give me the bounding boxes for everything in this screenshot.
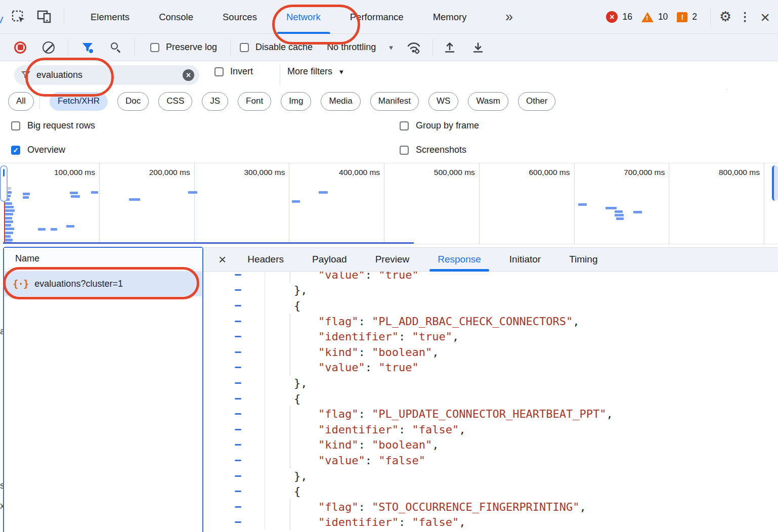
details-tab-response[interactable]: Response [438, 248, 481, 272]
code-gutter[interactable] [203, 499, 265, 515]
code-gutter[interactable] [203, 360, 265, 376]
invert-checkbox[interactable] [214, 67, 224, 76]
fold-marker-icon[interactable] [235, 351, 241, 353]
details-tab-payload[interactable]: Payload [312, 248, 347, 272]
close-details-icon[interactable]: × [219, 252, 226, 268]
chip-all[interactable]: All [8, 92, 34, 111]
screenshots-checkbox[interactable] [400, 146, 409, 155]
fold-marker-icon[interactable] [235, 321, 241, 322]
details-tab-headers[interactable]: Headers [247, 248, 284, 272]
chip-doc[interactable]: Doc [117, 92, 149, 111]
network-conditions-icon[interactable] [406, 40, 421, 55]
preserve-log-checkbox[interactable] [150, 43, 159, 52]
fold-marker-icon[interactable] [235, 289, 241, 291]
code-gutter[interactable] [203, 391, 265, 407]
clear-filter-icon[interactable]: × [183, 69, 194, 81]
chip-other[interactable]: Other [518, 92, 556, 111]
code-gutter[interactable] [203, 298, 265, 314]
fold-marker-icon[interactable] [235, 382, 241, 384]
tab-memory[interactable]: Memory [418, 0, 482, 34]
import-har-icon[interactable] [443, 41, 456, 54]
search-icon[interactable] [110, 41, 122, 54]
overview-checkbox[interactable]: ✓ [11, 146, 20, 155]
more-options-kebab-icon[interactable]: ⋮ [736, 10, 754, 24]
filter-input[interactable]: evaluations × [14, 65, 199, 85]
details-tab-timing[interactable]: Timing [569, 248, 597, 272]
chip-wasm[interactable]: Wasm [468, 92, 508, 111]
big-request-rows-checkbox[interactable] [11, 121, 20, 130]
code-gutter[interactable] [203, 283, 265, 298]
issues-icon[interactable]: ! [677, 12, 687, 22]
request-bar [5, 217, 12, 219]
throttling-select[interactable]: No throttling [327, 42, 376, 53]
clear-network-log-button[interactable] [42, 41, 55, 54]
tab-elements[interactable]: Elements [76, 0, 144, 34]
chip-ws[interactable]: WS [428, 92, 458, 111]
fold-marker-icon[interactable] [235, 506, 241, 508]
device-toolbar-icon[interactable] [36, 9, 53, 24]
code-gutter[interactable] [203, 453, 265, 468]
overview-window-left-handle[interactable] [0, 165, 8, 202]
disable-cache-checkbox[interactable] [240, 43, 249, 52]
export-har-icon[interactable] [471, 41, 485, 54]
json-punctuation-token: : [358, 408, 372, 420]
settings-gear-icon[interactable]: ⚙ [719, 10, 731, 24]
fold-marker-icon[interactable] [235, 521, 241, 523]
chip-font[interactable]: Font [238, 92, 271, 111]
fold-marker-icon[interactable] [235, 491, 241, 492]
code-gutter[interactable] [203, 483, 265, 499]
fold-marker-icon[interactable] [235, 460, 241, 461]
tab-label: Performance [350, 12, 404, 23]
more-tabs-icon[interactable]: » [505, 0, 512, 34]
record-network-log-button[interactable] [14, 41, 26, 54]
code-gutter[interactable] [203, 437, 265, 453]
inspect-element-icon[interactable] [11, 10, 26, 25]
code-gutter[interactable] [203, 406, 265, 422]
chip-manifest[interactable]: Manifest [370, 92, 419, 111]
name-column-header[interactable]: Name [4, 248, 202, 270]
tab-sources[interactable]: Sources [208, 0, 272, 34]
code-gutter[interactable] [203, 344, 265, 360]
fold-marker-icon[interactable] [235, 398, 241, 400]
chip-css[interactable]: CSS [158, 92, 192, 111]
code-gutter[interactable] [203, 422, 265, 437]
json-punctuation-token: , [432, 346, 439, 359]
code-text: "value": "true" [265, 272, 419, 283]
code-gutter[interactable] [203, 468, 265, 484]
fold-marker-icon[interactable] [235, 429, 241, 430]
tab-console[interactable]: Console [144, 0, 208, 34]
chip-media[interactable]: Media [321, 92, 360, 111]
more-filters-button[interactable]: More filters ▾ [287, 66, 343, 77]
request-bar [66, 225, 74, 228]
fold-marker-icon[interactable] [235, 305, 241, 306]
network-overview-timeline[interactable]: 100,000 ms200,000 ms300,000 ms400,000 ms… [0, 163, 778, 244]
close-devtools-icon[interactable]: × [758, 9, 772, 25]
fold-marker-icon[interactable] [235, 274, 241, 276]
chip-fetch-xhr[interactable]: Fetch/XHR [50, 92, 108, 111]
details-tab-initiator[interactable]: Initiator [509, 248, 541, 272]
fold-marker-icon[interactable] [235, 444, 241, 446]
filter-toggle-icon[interactable] [81, 41, 94, 54]
warning-count-icon[interactable]: ! [641, 12, 654, 22]
code-gutter[interactable] [203, 329, 265, 344]
fold-marker-icon[interactable] [235, 336, 241, 337]
chip-js[interactable]: JS [202, 92, 228, 111]
group-by-frame-checkbox[interactable] [400, 121, 409, 130]
tab-performance[interactable]: Performance [335, 0, 418, 34]
code-gutter[interactable] [203, 375, 265, 391]
throttling-caret-icon[interactable]: ▾ [389, 43, 393, 52]
request-row-selected[interactable]: {·} evaluations?cluster=1 [5, 271, 202, 296]
fold-marker-icon[interactable] [235, 475, 241, 477]
code-gutter[interactable] [203, 272, 265, 283]
chip-img[interactable]: Img [281, 92, 311, 111]
error-count-icon[interactable]: × [606, 11, 618, 23]
fold-marker-icon[interactable] [235, 413, 241, 415]
details-tab-preview[interactable]: Preview [375, 248, 410, 272]
response-body-viewer[interactable]: "value": "true"},{"flag": "PL_ADD_RBAC_C… [203, 272, 778, 532]
json-punctuation-token: { [294, 485, 300, 498]
code-gutter[interactable] [203, 314, 265, 329]
code-gutter[interactable] [203, 515, 265, 530]
overview-window-right-handle[interactable] [772, 165, 778, 201]
tab-network[interactable]: Network [272, 0, 335, 34]
fold-marker-icon[interactable] [235, 367, 241, 368]
